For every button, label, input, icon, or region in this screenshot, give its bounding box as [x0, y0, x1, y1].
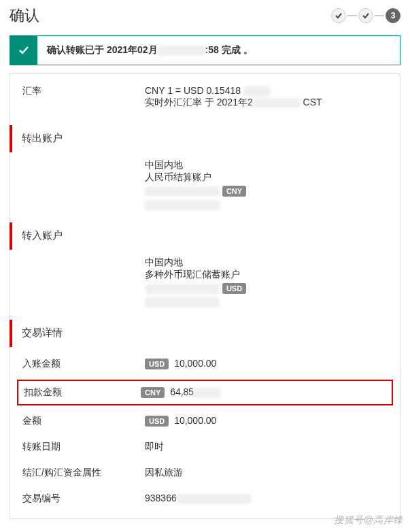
page-title: 确认 — [10, 5, 39, 26]
rate-row: 汇率 CNY 1 = USD 0.15418 实时外汇汇率 于 2021年2 C… — [10, 74, 400, 116]
currency-badge: USD — [145, 416, 169, 427]
check-icon — [10, 36, 37, 65]
purpose-label: 结汇/购汇资金属性 — [22, 467, 145, 479]
step-tracker: 3 — [331, 8, 400, 23]
redacted-text — [243, 86, 271, 97]
currency-badge: USD — [145, 359, 169, 369]
step-2-done — [358, 8, 373, 23]
purpose-value: 因私旅游 — [145, 467, 388, 479]
credit-amount-label: 入账金额 — [22, 358, 145, 370]
rate-line2-prefix: 实时外汇汇率 于 2021年2 — [145, 97, 253, 107]
credit-amount-value: 10,000.00 — [174, 358, 216, 369]
transaction-details-header: 交易详情 — [10, 320, 400, 347]
check-icon — [362, 12, 370, 20]
rate-label: 汇率 — [22, 85, 145, 109]
redacted-text — [177, 494, 252, 504]
rate-value: CNY 1 = USD 0.15418 实时外汇汇率 于 2021年2 CST — [145, 85, 388, 109]
redacted-text — [194, 388, 221, 398]
redacted-text — [145, 186, 220, 197]
to-account-type: 多种外币现汇储蓄账户 — [145, 269, 388, 281]
from-account-header: 转出账户 — [10, 125, 400, 152]
redacted-text — [158, 46, 205, 56]
alert-message: 确认转账已于 2021年02月 :58 完成 。 — [37, 36, 400, 65]
currency-badge: CNY — [222, 186, 246, 197]
redacted-text — [253, 98, 301, 108]
transfer-date-row: 转账日期 即时 — [10, 434, 400, 460]
check-icon — [335, 12, 343, 20]
amount-label: 金额 — [22, 415, 145, 427]
to-account-header: 转入账户 — [10, 222, 400, 250]
step-1-done — [331, 8, 346, 23]
redacted-text — [145, 297, 220, 307]
purpose-row: 结汇/购汇资金属性 因私旅游 — [10, 460, 400, 486]
to-account-row: 中国内地 多种外币现汇储蓄账户 USD — [10, 254, 400, 310]
reference-row: 交易编号 938366 — [10, 486, 400, 512]
transfer-date-label: 转账日期 — [22, 441, 145, 453]
rate-line1: CNY 1 = USD 0.15418 — [145, 85, 241, 96]
to-region: 中国内地 — [145, 256, 388, 269]
reference-label: 交易编号 — [22, 493, 145, 505]
from-region: 中国内地 — [145, 159, 388, 171]
amount-value: 10,000.00 — [174, 415, 216, 426]
debit-amount-highlight: 扣款金额 CNY 64,85 — [17, 380, 393, 405]
step-connector — [375, 15, 384, 16]
transfer-date-value: 即时 — [145, 441, 388, 453]
step-3-current: 3 — [386, 8, 400, 23]
debit-amount-label: 扣款金额 — [24, 386, 141, 399]
details-panel: 汇率 CNY 1 = USD 0.15418 实时外汇汇率 于 2021年2 C… — [10, 73, 400, 519]
debit-amount-value: 64,85 — [170, 386, 194, 397]
rate-line2-suffix: CST — [301, 97, 322, 107]
currency-badge: CNY — [141, 387, 165, 398]
success-alert: 确认转账已于 2021年02月 :58 完成 。 — [10, 35, 400, 65]
alert-prefix: 确认转账已于 2021年02月 — [47, 44, 158, 56]
redacted-text — [145, 284, 220, 294]
step-connector — [347, 15, 357, 16]
amount-row: 金额 USD 10,000.00 — [10, 408, 400, 434]
alert-suffix: :58 完成 。 — [205, 44, 253, 56]
from-account-row: 中国内地 人民币结算账户 CNY — [10, 156, 400, 213]
currency-badge: USD — [222, 283, 246, 294]
reference-value: 938366 — [145, 493, 177, 503]
redacted-text — [145, 200, 220, 210]
from-account-type: 人民币结算账户 — [145, 171, 388, 184]
credit-amount-row: 入账金额 USD 10,000.00 — [10, 351, 400, 377]
